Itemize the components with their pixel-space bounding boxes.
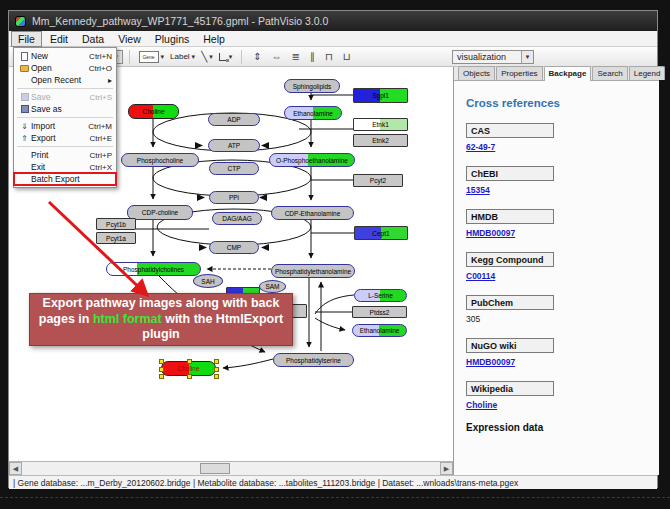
tab-properties[interactable]: Properties (496, 66, 542, 80)
horizontal-scrollbar[interactable]: ◀ ▶ (9, 461, 453, 475)
menu-item-save[interactable]: SaveCtrl+S (14, 91, 116, 103)
chevron-down-icon[interactable]: ▾ (209, 53, 213, 61)
node-phosphatidylcholines[interactable]: Phosphatidylcholines (106, 262, 201, 276)
selection-handle[interactable] (214, 367, 219, 372)
node-label: SAM (265, 283, 279, 290)
node-sam[interactable]: SAM (259, 280, 286, 293)
node-etnk2[interactable]: Etnk2 (353, 134, 408, 147)
toolbar-separator (129, 50, 130, 64)
selection-handle[interactable] (159, 359, 164, 364)
menu-view[interactable]: View (112, 32, 147, 46)
node-label: Cept1 (372, 230, 389, 237)
selection-handle[interactable] (159, 367, 164, 372)
chevron-down-icon[interactable]: ▾ (521, 51, 533, 63)
node-ptdss2[interactable]: Ptdss2 (352, 306, 407, 318)
menu-edit[interactable]: Edit (44, 32, 74, 46)
chevron-down-icon[interactable]: ▾ (229, 53, 233, 61)
node-ethanolamine-top[interactable]: Ethanolamine (284, 106, 342, 120)
menu-separator (17, 117, 113, 118)
node-pcyt2[interactable]: Pcyt2 (353, 174, 403, 187)
xref-value-hmdb[interactable]: HMDB00097 (466, 228, 647, 238)
node-ethanolamine-bottom[interactable]: Ethanolamine (352, 324, 407, 337)
tab-objects[interactable]: Objects (458, 66, 495, 80)
menu-item-print[interactable]: PrintCtrl+P (14, 149, 116, 161)
add-label-button[interactable]: Label ▾ (170, 52, 195, 61)
status-bar-text: | Gene database: ...m_Derby_20120602.bri… (13, 478, 518, 488)
node-phosphocholine[interactable]: Phosphocholine (121, 153, 199, 167)
common-height-icon[interactable]: ⊓ (325, 51, 333, 62)
menu-file[interactable]: File (11, 31, 42, 47)
node-etnk1[interactable]: Etnk1 (353, 118, 408, 131)
xref-header-chebi: ChEBI (466, 166, 554, 181)
node-pcyt1a[interactable]: Pcyt1a (96, 232, 136, 244)
node-cept1[interactable]: Cept1 (354, 226, 408, 240)
node-choline-selected[interactable]: Choline (161, 361, 216, 376)
scroll-left-icon[interactable]: ◀ (9, 462, 22, 475)
scroll-right-icon[interactable]: ▶ (440, 462, 453, 475)
node-l-serine[interactable]: L-Serine (354, 289, 407, 302)
node-label: Pcyt1a (106, 235, 126, 242)
draw-line-button[interactable]: ╲ ▾ (201, 51, 213, 62)
chevron-down-icon[interactable]: ▾ (161, 53, 165, 61)
node-sah[interactable]: SAH (193, 274, 223, 288)
node-phosphatidylethanolamine[interactable]: Phosphatidylethanolamine (271, 264, 355, 278)
menu-plugins[interactable]: Plugins (149, 32, 195, 46)
xref-header-wikipedia: Wikipedia (466, 381, 554, 396)
scrollbar-track[interactable] (22, 462, 440, 475)
distribute-horizontal-icon[interactable]: ∥ (310, 51, 315, 62)
xref-value-nugo-wiki[interactable]: HMDB00097 (466, 357, 647, 367)
xref-value-wikipedia[interactable]: Choline (466, 400, 647, 410)
node-o-phosphoethanolamine[interactable]: O-Phosphoethanolamine (269, 153, 355, 167)
align-vertical-center-icon[interactable]: ⇕ (253, 51, 261, 62)
scrollbar-thumb[interactable] (200, 463, 230, 474)
node-ctp[interactable]: CTP (209, 162, 259, 175)
node-ppi[interactable]: PPi (209, 191, 259, 204)
selection-handle[interactable] (159, 374, 164, 379)
menu-item-new[interactable]: NewCtrl+N (14, 50, 116, 62)
tab-backpage[interactable]: Backpage (544, 66, 592, 81)
menu-item-open-recent[interactable]: Open Recent▸ (14, 74, 116, 86)
align-horizontal-center-icon[interactable]: ⇔ (272, 51, 282, 62)
node-choline-top[interactable]: Choline (128, 104, 179, 119)
node-label: PPi (229, 194, 239, 201)
node-cmp[interactable]: CMP (209, 241, 259, 254)
selection-handle[interactable] (187, 374, 192, 379)
common-width-icon[interactable]: ⊔ (343, 51, 351, 62)
node-label: CDP-Ethanolamine (285, 210, 341, 217)
draw-connector-button[interactable]: ▾ (219, 53, 233, 61)
selection-handle[interactable] (214, 359, 219, 364)
node-atp[interactable]: ATP (208, 139, 260, 152)
node-sgpl1[interactable]: Sgpl1 (353, 88, 408, 103)
menu-item-batch-export[interactable]: Batch Export (14, 173, 116, 185)
tab-legend[interactable]: Legend (629, 66, 666, 80)
save-icon (18, 93, 31, 101)
selection-handle[interactable] (187, 359, 192, 364)
menu-separator (17, 88, 113, 89)
chevron-down-icon[interactable]: ▾ (192, 53, 196, 61)
distribute-vertical-icon[interactable]: ≣ (292, 51, 300, 62)
visualization-combobox[interactable]: visualization ▾ (452, 50, 534, 64)
tab-search[interactable]: Search (592, 66, 627, 80)
node-cdp-ethanolamine[interactable]: CDP-Ethanolamine (271, 206, 354, 220)
menu-item-export[interactable]: ⇑ExportCtrl+E (14, 132, 116, 144)
menu-item-open[interactable]: OpenCtrl+O (14, 62, 116, 74)
xref-value-chebi[interactable]: 15354 (466, 185, 647, 195)
menu-data[interactable]: Data (76, 32, 110, 46)
menu-item-exit[interactable]: ExitCtrl+X (14, 161, 116, 173)
node-pcyt1b[interactable]: Pcyt1b (96, 218, 136, 230)
xref-value-kegg-compound[interactable]: C00114 (466, 271, 647, 281)
menu-item-save-as[interactable]: Save as (14, 103, 116, 115)
menu-item-label: New (31, 51, 89, 61)
node-cdp-choline[interactable]: CDP-choline (127, 205, 193, 220)
file-menu-dropdown: NewCtrl+NOpenCtrl+OOpen Recent▸SaveCtrl+… (13, 47, 117, 188)
node-adp[interactable]: ADP (208, 113, 260, 126)
node-phosphatidylserine[interactable]: Phosphatidylserine (273, 353, 354, 367)
selection-handle[interactable] (214, 374, 219, 379)
node-dag-aag[interactable]: DAG/AAG (212, 212, 262, 225)
xref-value-cas[interactable]: 62-49-7 (466, 142, 647, 152)
menu-item-import[interactable]: ⇓ImportCtrl+M (14, 120, 116, 132)
menu-help[interactable]: Help (197, 32, 231, 46)
title-bar[interactable]: Mm_Kennedy_pathway_WP1771_45176.gpml - P… (9, 11, 657, 31)
node-sphingolipids[interactable]: Sphingolipids (284, 79, 340, 93)
add-gene-button[interactable]: Gene ▾ (139, 51, 165, 63)
